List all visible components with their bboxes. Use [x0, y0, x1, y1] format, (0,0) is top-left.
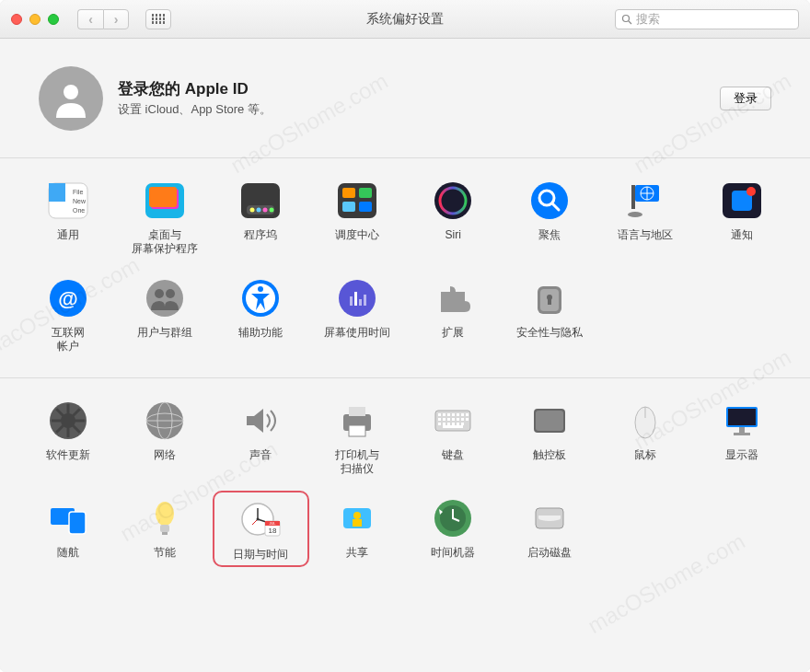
pref-item-trackpad[interactable]: 触控板	[502, 393, 598, 480]
pref-item-security[interactable]: 安全性与隐私	[502, 271, 598, 357]
svg-point-2	[64, 85, 78, 99]
sound-icon	[237, 397, 284, 445]
svg-rect-27	[631, 185, 635, 209]
svg-rect-21	[359, 202, 372, 212]
startup-icon	[526, 494, 573, 542]
svg-rect-68	[349, 407, 365, 416]
pref-item-accessibility[interactable]: 辅助功能	[213, 271, 309, 357]
pref-item-notifications[interactable]: 通知	[694, 173, 791, 260]
accessibility-icon	[237, 274, 284, 322]
login-text: 登录您的 Apple ID 设置 iCloud、App Store 等。	[118, 78, 272, 118]
pref-item-timemachine[interactable]: 时间机器	[405, 491, 502, 567]
section-hardware: 软件更新网络声音打印机与扫描仪键盘触控板鼠标显示器随航节能JUL18日期与时间共…	[0, 378, 810, 587]
pref-item-spotlight[interactable]: 聚焦	[502, 173, 598, 260]
pref-item-network[interactable]: 网络	[117, 393, 214, 480]
login-subtitle: 设置 iCloud、App Store 等。	[118, 101, 272, 118]
pref-item-displays[interactable]: 显示器	[694, 393, 791, 480]
pref-item-sidecar[interactable]: 随航	[20, 491, 117, 567]
svg-rect-116	[353, 519, 362, 527]
security-icon	[526, 274, 573, 322]
siri-icon	[429, 177, 477, 225]
pref-item-sharing[interactable]: 共享	[309, 491, 406, 567]
svg-text:JUL: JUL	[270, 521, 277, 526]
pref-item-printer[interactable]: 打印机与扫描仪	[309, 393, 406, 480]
svg-rect-46	[354, 292, 357, 306]
svg-rect-86	[443, 423, 446, 425]
svg-rect-72	[443, 413, 446, 416]
svg-rect-104	[162, 532, 168, 535]
svg-rect-101	[69, 512, 86, 534]
pref-item-dock[interactable]: 程序坞	[213, 173, 309, 260]
pref-item-general[interactable]: FileNewOne通用	[20, 173, 117, 260]
svg-rect-18	[342, 188, 355, 198]
pref-item-desktop[interactable]: 桌面与屏幕保护程序	[117, 173, 214, 260]
svg-text:@: @	[59, 287, 78, 310]
pref-item-extensions[interactable]: 扩展	[405, 271, 502, 357]
svg-rect-121	[538, 516, 561, 518]
mission-icon	[333, 177, 381, 225]
internet-icon: @	[44, 274, 92, 322]
svg-rect-45	[350, 296, 353, 306]
pref-item-screentime[interactable]: 屏幕使用时间	[309, 271, 406, 357]
pref-item-label: 扩展	[442, 326, 464, 340]
window-title: 系统偏好设置	[366, 11, 444, 28]
pref-item-internet[interactable]: @互联网帐户	[20, 271, 117, 357]
signin-button[interactable]: 登录	[720, 87, 771, 110]
svg-rect-83	[461, 418, 464, 421]
pref-item-label: 聚焦	[538, 228, 561, 242]
close-button[interactable]	[11, 14, 22, 25]
forward-button[interactable]: ›	[103, 9, 129, 29]
svg-point-40	[166, 289, 175, 298]
section-personal: FileNewOne通用桌面与屏幕保护程序程序坞调度中心Siri聚焦语言与地区通…	[0, 158, 810, 378]
svg-point-0	[623, 15, 630, 21]
back-button[interactable]: ‹	[77, 9, 103, 29]
notifications-icon	[718, 177, 766, 225]
svg-rect-90	[461, 423, 464, 425]
svg-rect-82	[457, 418, 459, 421]
show-all-button[interactable]	[145, 9, 171, 29]
pref-item-startup[interactable]: 启动磁盘	[502, 491, 598, 567]
svg-rect-73	[447, 413, 450, 416]
pref-item-sound[interactable]: 声音	[213, 393, 309, 480]
pref-item-label: 随航	[57, 546, 79, 560]
search-placeholder: 搜索	[636, 11, 660, 28]
pref-item-energy[interactable]: 节能	[117, 491, 214, 567]
pref-item-label: 日期与时间	[233, 548, 288, 562]
svg-point-13	[250, 208, 255, 213]
search-input[interactable]: 搜索	[615, 9, 799, 29]
pref-item-label: 互联网帐户	[52, 326, 85, 353]
pref-item-label: 触控板	[533, 448, 566, 462]
mouse-icon	[621, 397, 669, 445]
pref-item-update[interactable]: 软件更新	[20, 393, 117, 480]
pref-item-label: 桌面与屏幕保护程序	[132, 228, 198, 256]
nav-buttons: ‹ ›	[77, 9, 129, 29]
svg-rect-10	[149, 187, 177, 207]
svg-rect-48	[364, 295, 366, 306]
svg-text:File: File	[73, 189, 83, 195]
syspref-window: ‹ › 系统偏好设置 搜索 登录您的 Apple ID 设置 iCloud、Ap…	[0, 0, 810, 672]
pref-item-siri[interactable]: Siri	[405, 173, 502, 260]
screentime-icon	[333, 274, 381, 322]
network-icon	[141, 397, 189, 445]
svg-text:New: New	[73, 198, 87, 204]
maximize-button[interactable]	[48, 14, 59, 25]
pref-item-language[interactable]: 语言与地区	[597, 173, 694, 260]
pref-item-users[interactable]: 用户与群组	[117, 271, 214, 357]
pref-item-datetime[interactable]: JUL18日期与时间	[213, 491, 309, 567]
pref-item-mouse[interactable]: 鼠标	[597, 393, 694, 480]
login-title: 登录您的 Apple ID	[118, 78, 272, 99]
timemachine-icon	[429, 494, 477, 542]
pref-item-label: 辅助功能	[238, 326, 283, 340]
pref-item-label: 软件更新	[46, 448, 90, 462]
pref-item-label: 声音	[249, 448, 272, 462]
minimize-button[interactable]	[29, 14, 40, 25]
datetime-icon: JUL18	[237, 496, 284, 544]
svg-point-16	[270, 208, 274, 213]
users-icon	[141, 274, 189, 322]
pref-item-keyboard[interactable]: 键盘	[405, 393, 502, 480]
login-section: 登录您的 Apple ID 设置 iCloud、App Store 等。 登录	[0, 39, 810, 158]
displays-icon	[718, 397, 766, 445]
pref-item-label: 用户与群组	[137, 326, 192, 340]
pref-item-mission[interactable]: 调度中心	[309, 173, 406, 260]
svg-rect-76	[461, 413, 464, 416]
